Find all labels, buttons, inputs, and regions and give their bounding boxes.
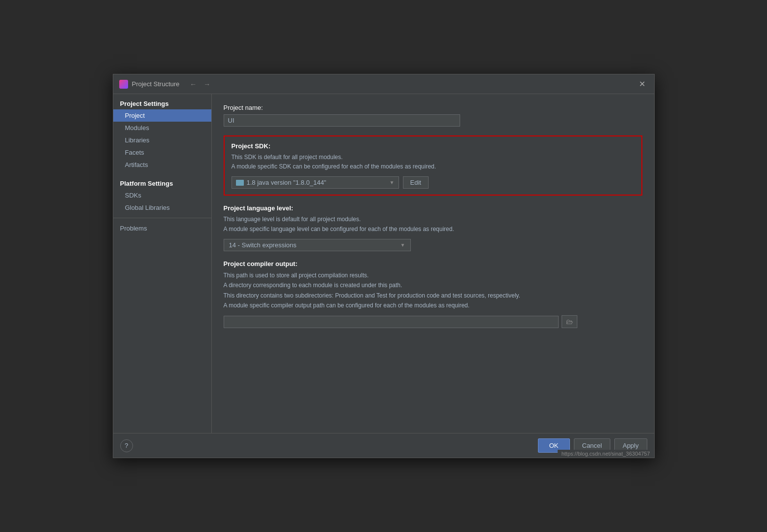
sdk-title: Project SDK:	[232, 142, 634, 150]
compiler-output-group: Project compiler output: This path is us…	[224, 260, 642, 329]
forward-button[interactable]: →	[201, 79, 213, 89]
back-button[interactable]: ←	[187, 79, 199, 89]
sidebar-item-problems[interactable]: Problems	[113, 222, 211, 234]
sdk-folder-icon	[236, 180, 244, 186]
project-name-label: Project name:	[224, 104, 642, 111]
status-bar-url: https://blog.csdn.net/sinat_36304757	[558, 450, 654, 458]
language-level-title: Project language level:	[224, 204, 642, 212]
sdk-dropdown-arrow: ▼	[390, 180, 395, 185]
sidebar-item-global-libraries[interactable]: Global Libraries	[113, 201, 211, 214]
compiler-output-title: Project compiler output:	[224, 260, 642, 267]
title-bar: Project Structure ← → ✕	[113, 74, 654, 94]
compiler-output-row: 🗁	[224, 315, 642, 328]
sidebar-item-project[interactable]: Project	[113, 109, 211, 122]
sdk-box: Project SDK: This SDK is default for all…	[224, 135, 642, 196]
language-level-value: 14 - Switch expressions	[229, 241, 398, 249]
sdk-selector-row: 1.8 java version "1.8.0_144" ▼ Edit	[232, 176, 634, 189]
sdk-dropdown[interactable]: 1.8 java version "1.8.0_144" ▼	[232, 176, 399, 189]
compiler-output-desc: This path is used to store all project c…	[224, 270, 642, 311]
sidebar-item-facets[interactable]: Facets	[113, 146, 211, 159]
compiler-folder-button[interactable]: 🗁	[562, 315, 577, 328]
sidebar-item-sdks[interactable]: SDKs	[113, 189, 211, 201]
main-content: Project Settings Project Modules Librari…	[113, 94, 654, 433]
help-button[interactable]: ?	[120, 439, 133, 452]
platform-settings-header: Platform Settings	[113, 176, 211, 189]
project-name-group: Project name:	[224, 104, 642, 127]
dialog-title: Project Structure	[132, 80, 180, 88]
language-level-dropdown[interactable]: 14 - Switch expressions ▼	[224, 239, 411, 251]
sdk-edit-button[interactable]: Edit	[403, 176, 429, 189]
right-panel: Project name: Project SDK: This SDK is d…	[212, 94, 654, 433]
project-settings-header: Project Settings	[113, 96, 211, 109]
language-level-arrow: ▼	[400, 242, 405, 248]
sdk-desc: This SDK is default for all project modu…	[232, 153, 634, 171]
app-icon	[119, 80, 128, 89]
sdk-dropdown-text: 1.8 java version "1.8.0_144"	[247, 179, 387, 186]
language-level-group: Project language level: This language le…	[224, 204, 642, 251]
sidebar: Project Settings Project Modules Librari…	[113, 94, 212, 433]
language-level-desc: This language level is default for all p…	[224, 215, 642, 233]
project-name-input[interactable]	[224, 114, 460, 127]
sidebar-item-modules[interactable]: Modules	[113, 122, 211, 134]
sidebar-divider	[113, 218, 211, 218]
close-button[interactable]: ✕	[636, 78, 648, 90]
sidebar-item-artifacts[interactable]: Artifacts	[113, 159, 211, 171]
sidebar-item-libraries[interactable]: Libraries	[113, 134, 211, 146]
compiler-output-input[interactable]	[224, 316, 559, 328]
